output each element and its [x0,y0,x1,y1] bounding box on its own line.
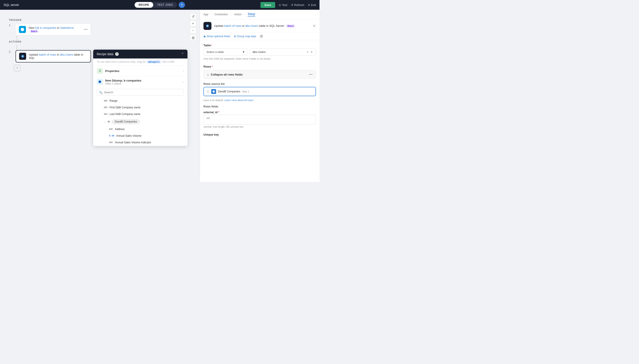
tab-switcher-container: RECIPE TEST JOBS ? [135,2,185,8]
step-2[interactable]: Update batch of rows in dbo.Users table … [16,50,91,62]
step-1-badge: Batch [30,30,39,33]
bc-app[interactable]: App [203,13,208,16]
bc-setup[interactable]: Setup [248,12,255,16]
tab-switcher: RECIPE TEST JOBS [135,2,177,8]
properties-section-header[interactable]: ☰ Properties › [93,66,187,76]
first-dandb-company-item[interactable]: ABC First D&B Company name [93,104,187,111]
app-title: SQL server [4,3,19,7]
bc-arrow-2: → [230,13,232,16]
last-dandb-company-item[interactable]: ABC Last D&B Company name [93,111,187,118]
annual-sales-volume-item[interactable]: 0.00 Annual Sales Volume [93,132,187,139]
step-1-before: New [29,26,35,30]
recipe-data-help[interactable]: ? [115,52,119,56]
drag-handle-icon[interactable]: ☰ [206,90,209,93]
table-value-input[interactable]: dbo.Users ✕ ▼ [250,48,316,56]
table-dropdown-arrow[interactable]: ▼ [310,50,313,54]
step-2-before: Update [29,53,39,56]
rows-more-button[interactable]: ••• [309,72,313,76]
step-1[interactable]: New D& b companies in Salesforce Batch •… [16,24,91,36]
breadcrumb: App → Connection → Action → Setup [200,10,319,19]
step-1-more-button[interactable]: ••• [84,28,88,32]
dandb-label: New D&amp; b companies [105,79,141,82]
recipe-data-panel: Recipe data ? ⌃ To use data from a previ… [93,50,187,146]
bc-connection[interactable]: Connection [214,13,228,16]
rows-section: Rows * ⌄ Collapse all rows fields ••• [200,63,319,79]
recipe-data-collapse[interactable]: ⌃ [181,52,184,56]
rp-toolbar: ◉ Show optional fields ⊞ Group map data … [200,33,319,40]
salesforce-icon [19,26,26,33]
unique-key-label: Unique key [200,131,319,138]
add-step-button[interactable]: + [14,65,21,71]
annual-sales-volume-indicator-item[interactable]: ABC Annual Sales Volume Indicator [93,139,187,146]
rows-source-section: Rows source list ☰ DandB Companies Step … [200,81,319,98]
external-id-label: external_id * [200,109,319,115]
trigger-label: TRIGGER [9,18,191,21]
recipe-data-subtitle: To use data from a previous step, drag i… [93,58,187,66]
dandb-chevron: ⌄ [182,81,184,83]
recipe-data-title: Recipe data [97,52,113,56]
toolbar-help[interactable]: ? [260,34,263,38]
search-box: 🔍 [97,89,184,96]
step-2-mid: in [57,53,60,56]
rows-source-hint: Input a list datapill. Learn more about … [200,98,319,103]
dandb-companies-group[interactable]: ⌄ DandB Companies [93,118,187,126]
exit-icon: ✕ [308,3,310,7]
tab-test-jobs[interactable]: TEST JOBS [153,2,177,8]
dandb-companies-pill[interactable]: DandB Companies [112,119,140,124]
search-input[interactable] [97,89,184,96]
step-1-number: 1 [9,24,11,27]
bc-arrow-1: → [210,13,212,16]
collapse-icon: ⌄ [207,73,209,76]
step-1-service: Salesforce [60,26,74,30]
show-optional-fields-button[interactable]: ◉ Show optional fields [203,35,230,38]
exit-action[interactable]: ✕ Exit [308,3,316,7]
recipe-data-header: Recipe data ? ⌃ [93,50,187,58]
address-item[interactable]: ABC Address [93,126,187,132]
collapse-rows-button[interactable]: ⌄ Collapse all rows fields ••• [203,70,316,79]
close-panel-button[interactable]: ✕ [313,24,316,28]
eye-icon: ◉ [203,35,206,38]
range-item[interactable]: ABC Range [93,98,187,104]
learn-more-link[interactable]: Learn more about list input [224,99,253,102]
table-hint: Only first 1000 are displayed. Enter nam… [200,58,319,63]
external-id-input[interactable]: ABC [203,115,316,124]
table-dropdown[interactable]: Select a table ▼ [203,48,248,56]
properties-icon: ☰ [97,68,103,74]
dandb-sublabel: (Step 1 output) [105,82,141,85]
list-icon [107,120,110,123]
bc-action[interactable]: Action [234,13,241,16]
group-map-icon: ⊞ [234,35,236,38]
save-button[interactable]: Save [261,2,275,8]
step-2-link2: dbo.Users [60,53,73,56]
step-1-text: New D& b companies in Salesforce Batch [29,26,81,33]
clear-table-icon[interactable]: ✕ [306,50,309,54]
dandb-icon [97,79,103,85]
action-header: Update batch of rows in dbo.Users table … [200,19,319,33]
action-header-icon [203,22,211,30]
rows-source-pill-icon [211,89,216,94]
table-section: Table * Select a table ▼ dbo.Users ✕ ▼ O… [200,40,319,63]
test-action[interactable]: ⊙ Test [279,3,287,7]
topnav-actions: Save ⊙ Test ↺ Refresh ✕ Exit [261,2,316,8]
top-navigation: SQL server RECIPE TEST JOBS ? Save ⊙ Tes… [0,0,319,10]
properties-chevron: › [183,70,184,72]
help-button[interactable]: ? [179,2,185,8]
properties-section: ☰ Properties › [93,66,187,76]
recipe-data-title-row: Recipe data ? [97,52,119,56]
right-panel: App → Connection → Action → Setup Update… [200,10,319,182]
step-1-link: D& b companies [35,26,56,30]
rows-source-pill-text: DandB Companies [218,90,240,93]
group-map-data-button[interactable]: ⊞ Group map data [234,35,256,38]
test-icon: ⊙ [279,3,281,7]
group-collapse-icon: ⌄ [104,120,106,123]
tab-recipe[interactable]: RECIPE [135,2,153,8]
sql-icon [19,53,26,60]
rows-fields-label: Rows fields [200,103,319,109]
svg-point-0 [21,55,24,58]
dandb-section-header[interactable]: New D&amp; b companies (Step 1 output) ⌄ [93,76,187,87]
step-2-number: 2 [9,50,11,54]
dandb-section: New D&amp; b companies (Step 1 output) ⌄… [93,76,187,146]
refresh-action[interactable]: ↺ Refresh [291,3,304,7]
canvas: ↺ + − ⊞ TRIGGER 1 New [0,10,200,182]
rows-source-step: Step 1 [242,90,249,93]
